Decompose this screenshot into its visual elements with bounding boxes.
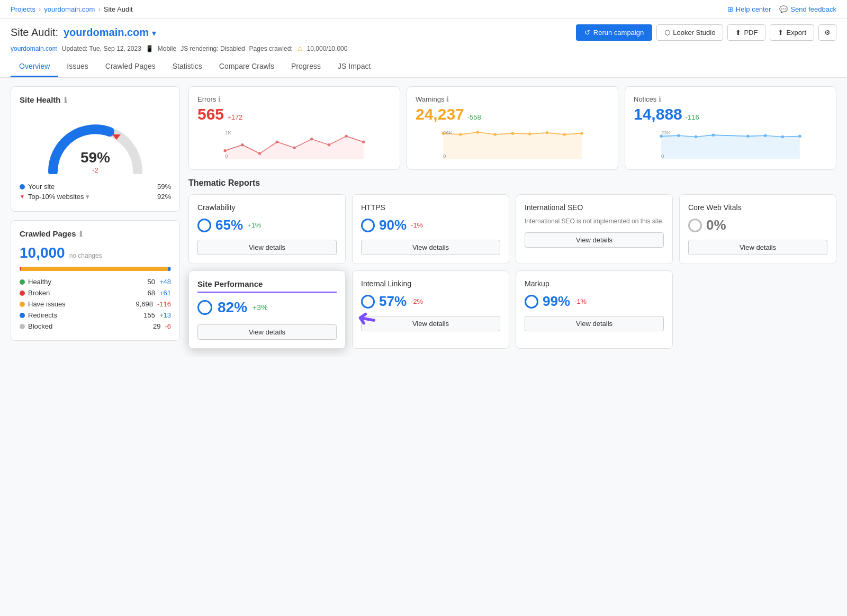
top-bar-actions: ⊞ Help center 💬 Send feedback bbox=[727, 5, 836, 13]
crawl-dot bbox=[20, 291, 25, 296]
site-perf-change: +3% bbox=[253, 303, 267, 312]
report-title: Crawlability bbox=[197, 203, 337, 212]
rerun-campaign-button[interactable]: ↺ Rerun campaign bbox=[576, 24, 652, 41]
report-title: International SEO bbox=[525, 203, 664, 212]
report-change: -1% bbox=[411, 221, 423, 229]
svg-text:23K: 23K bbox=[661, 130, 671, 135]
site-perf-view-details-button[interactable]: View details bbox=[197, 324, 337, 340]
report-title: Internal Linking bbox=[361, 279, 500, 288]
crawl-stat-values: 50 +48 bbox=[147, 278, 171, 286]
report-circle bbox=[361, 295, 375, 309]
svg-point-22 bbox=[580, 132, 583, 134]
tab-progress[interactable]: Progress bbox=[283, 57, 329, 77]
breadcrumb-projects[interactable]: Projects bbox=[11, 5, 35, 13]
pdf-button[interactable]: ⬆ PDF bbox=[727, 24, 765, 41]
report-score: 65% bbox=[215, 217, 243, 233]
rerun-icon: ↺ bbox=[584, 29, 590, 37]
report-change: -1% bbox=[574, 297, 587, 305]
looker-studio-button[interactable]: ⬡ Looker Studio bbox=[656, 24, 723, 41]
settings-button[interactable]: ⚙ bbox=[818, 24, 836, 41]
crawled-pages-info-icon[interactable]: ℹ bbox=[79, 230, 82, 238]
report-score-row: 65% +1% bbox=[197, 217, 337, 233]
view-details-button[interactable]: View details bbox=[361, 240, 500, 255]
warning-icon: ⚠ bbox=[297, 45, 303, 52]
thematic-reports-section: Thematic Reports Crawlability 65% +1% Vi… bbox=[188, 178, 836, 349]
top-sites-value: 92% bbox=[157, 193, 171, 201]
crawl-stat-row: Blocked 29 -6 bbox=[20, 321, 171, 332]
svg-point-8 bbox=[328, 143, 330, 146]
svg-point-5 bbox=[276, 141, 278, 143]
svg-point-6 bbox=[293, 146, 295, 149]
crawl-stat-name: Healthy bbox=[28, 278, 51, 286]
report-card-core-web-vitals: Core Web Vitals 0% View details bbox=[679, 194, 836, 264]
report-card-markup: Markup 99% -1% View details bbox=[516, 270, 673, 349]
metric-info-icon[interactable]: ℹ bbox=[659, 95, 661, 103]
pb-blocked bbox=[170, 267, 171, 271]
tab-overview[interactable]: Overview bbox=[11, 57, 58, 77]
help-center-link[interactable]: ⊞ Help center bbox=[727, 5, 771, 13]
metric-value-row: 565 +172 bbox=[197, 105, 391, 123]
metric-label-text: Notices bbox=[634, 95, 656, 103]
report-score: 57% bbox=[379, 293, 407, 310]
svg-text:0: 0 bbox=[443, 153, 446, 159]
your-site-dot bbox=[20, 184, 25, 189]
svg-point-16 bbox=[476, 131, 479, 133]
export-button[interactable]: ⬆ Export bbox=[770, 24, 814, 41]
report-circle bbox=[197, 219, 211, 232]
svg-point-31 bbox=[764, 134, 767, 137]
tab-js-impact[interactable]: JS Impact bbox=[329, 57, 379, 77]
top-sites-dropdown-icon[interactable]: ▾ bbox=[86, 193, 89, 201]
view-details-button[interactable]: View details bbox=[361, 316, 500, 331]
svg-point-9 bbox=[345, 135, 347, 138]
crawl-stat-row: Broken 68 +61 bbox=[20, 287, 171, 298]
view-details-button[interactable]: View details bbox=[197, 240, 337, 255]
metric-label-text: Errors bbox=[197, 95, 216, 103]
tab-issues[interactable]: Issues bbox=[58, 57, 96, 77]
view-details-button[interactable]: View details bbox=[525, 232, 664, 248]
meta-domain: yourdomain.com bbox=[11, 45, 58, 52]
help-icon: ⊞ bbox=[727, 5, 733, 13]
left-panel: Site Health ℹ 59% -2 bbox=[11, 86, 180, 349]
metric-change: +172 bbox=[227, 113, 242, 121]
crawl-stat-label: Have issues bbox=[20, 300, 66, 308]
svg-marker-13 bbox=[443, 132, 582, 159]
report-score-row: 90% -1% bbox=[361, 217, 500, 233]
site-audit-title: Site Audit: yourdomain.com ▾ bbox=[11, 26, 156, 39]
report-score-row: 57% -2% bbox=[361, 293, 500, 310]
send-feedback-link[interactable]: 💬 Send feedback bbox=[779, 5, 836, 13]
breadcrumb-current: Site Audit bbox=[104, 5, 133, 13]
report-desc: International SEO is not implemented on … bbox=[525, 217, 664, 226]
site-health-title: Site Health ℹ bbox=[20, 95, 171, 104]
header-buttons: ↺ Rerun campaign ⬡ Looker Studio ⬆ PDF ⬆… bbox=[576, 24, 836, 41]
header: Site Audit: yourdomain.com ▾ ↺ Rerun cam… bbox=[0, 19, 847, 78]
view-details-button[interactable]: View details bbox=[688, 240, 827, 255]
breadcrumb-domain[interactable]: yourdomain.com bbox=[44, 5, 95, 13]
crawl-stat-num: 155 bbox=[143, 311, 155, 319]
crawl-stat-change: +61 bbox=[159, 289, 171, 297]
metric-value: 565 bbox=[197, 105, 224, 123]
crawl-stat-values: 155 +13 bbox=[143, 311, 171, 319]
report-score-row: 0% bbox=[688, 217, 827, 233]
site-perf-title: Site Performance bbox=[197, 279, 337, 293]
svg-point-28 bbox=[695, 135, 697, 138]
crawl-stat-num: 50 bbox=[147, 278, 155, 286]
svg-point-19 bbox=[528, 132, 531, 135]
site-health-info-icon[interactable]: ℹ bbox=[64, 96, 67, 104]
svg-point-15 bbox=[459, 133, 462, 135]
domain-dropdown-icon[interactable]: ▾ bbox=[152, 29, 156, 38]
metric-info-icon[interactable]: ℹ bbox=[218, 95, 221, 103]
crawl-stat-label: Blocked bbox=[20, 322, 52, 330]
gauge-center-text: 59% -2 bbox=[80, 149, 110, 174]
mini-chart: 23K 0 bbox=[634, 128, 827, 159]
svg-point-29 bbox=[712, 133, 715, 136]
report-circle bbox=[361, 219, 375, 232]
metric-info-icon[interactable]: ℹ bbox=[446, 95, 449, 103]
tab-compare-crawls[interactable]: Compare Crawls bbox=[211, 57, 283, 77]
metric-change: -116 bbox=[686, 113, 699, 121]
tab-crawled-pages[interactable]: Crawled Pages bbox=[97, 57, 164, 77]
tab-statistics[interactable]: Statistics bbox=[164, 57, 211, 77]
thematic-reports-title: Thematic Reports bbox=[188, 178, 836, 188]
view-details-button[interactable]: View details bbox=[525, 316, 664, 331]
meta-pages-value: 10,000/10,000 bbox=[307, 45, 348, 52]
crawl-dot bbox=[20, 279, 25, 285]
